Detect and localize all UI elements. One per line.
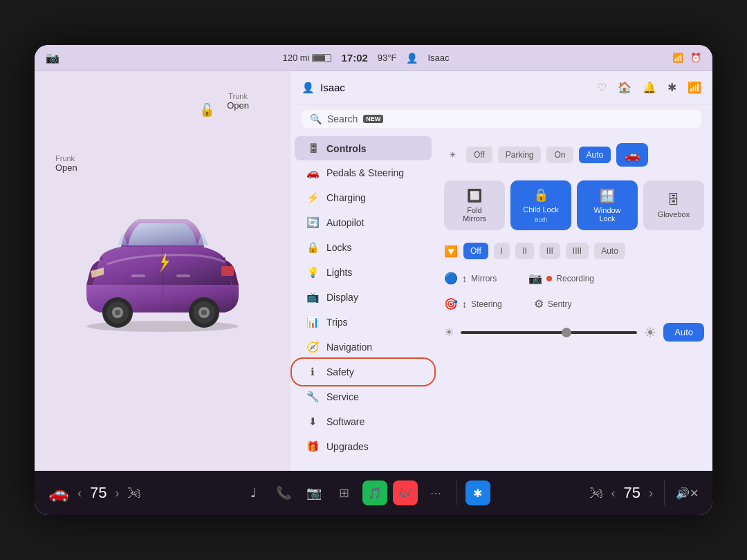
bell-icon: 🔔	[643, 81, 656, 94]
temp-right-increase[interactable]: ›	[649, 486, 653, 501]
battery-bar	[312, 54, 331, 62]
child-lock-tile[interactable]: 🔒 Child Lock Both	[510, 180, 571, 230]
lights-on-btn[interactable]: On	[546, 147, 573, 163]
glovebox-label: Glovebox	[658, 210, 690, 218]
brightness-auto-btn[interactable]: Auto	[663, 323, 704, 342]
navigation-icon: 🧭	[306, 341, 320, 353]
main-content: Trunk Open 🔓 Frunk Open	[35, 71, 712, 471]
autopilot-icon: 🔄	[306, 216, 320, 229]
controls-icon: 🎛	[306, 142, 320, 154]
temp-left-value: 75	[90, 484, 107, 502]
brightness-slider[interactable]	[461, 331, 637, 334]
battery-indicator: 120 mi	[282, 53, 331, 63]
child-lock-label: Child Lock	[523, 205, 558, 214]
window-lock-tile[interactable]: 🪟 WindowLock	[577, 180, 638, 230]
apple-music-app-icon[interactable]: 🎶	[393, 480, 418, 505]
menu-item-navigation[interactable]: 🧭 Navigation	[295, 335, 432, 360]
menu-item-pedals[interactable]: 🚗 Pedals & Steering	[295, 160, 432, 185]
upgrades-icon: 🎁	[306, 440, 320, 453]
volume-icon[interactable]: 🔊✕	[676, 487, 699, 500]
menu-item-upgrades[interactable]: 🎁 Upgrades	[295, 434, 432, 459]
camera-icon-taskbar: 📷	[306, 485, 322, 501]
menu-item-display[interactable]: 📺 Display	[295, 285, 432, 310]
profile-icon: 🏠	[618, 81, 631, 94]
more-apps-icon[interactable]: ⋯	[423, 480, 448, 505]
svg-rect-4	[221, 266, 234, 276]
bluetooth-app-icon[interactable]: ✱	[465, 480, 490, 505]
window-lock-icon: 🪟	[600, 188, 615, 203]
wiper-speed3-btn[interactable]: III	[540, 243, 560, 259]
taskbar-left: 🚗 ‹ 75 › 🌬	[48, 483, 141, 503]
trunk-status: Open	[227, 100, 249, 111]
glovebox-tile[interactable]: 🗄 Glovebox	[643, 180, 704, 230]
software-label: Software	[326, 416, 365, 427]
wiper-speed2-btn[interactable]: II	[515, 243, 534, 259]
feature-row: 🔵 ↕ Mirrors 📷 Recording	[444, 269, 704, 288]
menu-item-autopilot[interactable]: 🔄 Autopilot	[295, 210, 432, 235]
wifi-right-icon: 📶	[688, 81, 701, 94]
car-image	[48, 85, 277, 457]
menu-item-service[interactable]: 🔧 Service	[295, 384, 432, 409]
right-panel: 👤 Isaac ♡ 🏠 🔔 ✱ 📶 🔍 Search NEW	[290, 71, 712, 471]
lights-parking-btn[interactable]: Parking	[498, 147, 542, 163]
grid-app-icon[interactable]: ⊞	[332, 480, 357, 505]
sentry-label: Sentry	[548, 299, 572, 309]
menu-item-charging[interactable]: ⚡ Charging	[295, 185, 432, 210]
search-placeholder: Search	[327, 113, 358, 124]
fan-icon[interactable]: 🌬	[127, 485, 141, 501]
trunk-title: Trunk	[227, 92, 249, 100]
glovebox-icon: 🗄	[667, 193, 680, 207]
wiper-auto-btn[interactable]: Auto	[594, 243, 625, 259]
menu-item-controls[interactable]: 🎛 Controls	[295, 136, 432, 160]
frunk-title: Frunk	[55, 154, 77, 162]
temp-left-decrease[interactable]: ‹	[77, 486, 82, 501]
camera-app-icon[interactable]: 📷	[302, 480, 326, 505]
menu-item-safety[interactable]: ℹ Safety	[295, 360, 432, 384]
lights-icon-btn[interactable]: 🚗	[616, 143, 648, 167]
settings-content: ☀ Off Parking On Auto 🚗 🔲 FoldMirro	[436, 133, 712, 471]
car-taskbar-icon[interactable]: 🚗	[48, 483, 69, 503]
search-bar[interactable]: 🔍 Search NEW	[302, 110, 701, 128]
child-lock-sub: Both	[535, 216, 548, 223]
service-label: Service	[326, 391, 359, 402]
navigation-label: Navigation	[326, 342, 372, 353]
svg-point-8	[115, 310, 120, 315]
trunk-label: Trunk Open	[227, 92, 249, 111]
heat-right-icon[interactable]: 🌬	[589, 485, 603, 501]
lights-auto-btn[interactable]: Auto	[579, 147, 611, 163]
wiper-off-btn[interactable]: Off	[463, 243, 488, 259]
settings-body: 🎛 Controls 🚗 Pedals & Steering ⚡ Chargin…	[290, 133, 712, 471]
fold-mirrors-tile[interactable]: 🔲 FoldMirrors	[444, 180, 505, 230]
menu-item-lights[interactable]: 💡 Lights	[295, 260, 432, 285]
status-center: 120 mi 17:02 93°F 👤 Isaac	[282, 52, 449, 64]
menu-item-trips[interactable]: 📊 Trips	[295, 310, 432, 335]
mirrors-icon: 🔵	[444, 272, 458, 285]
phone-app-icon[interactable]: 📞	[271, 480, 296, 505]
slider-thumb[interactable]	[562, 328, 571, 337]
apple-music-icon: 🎶	[398, 487, 412, 500]
taskbar: 🚗 ‹ 75 › 🌬 ♩ 📞 📷 ⊞ 🎵 🎶	[35, 471, 712, 515]
charging-label: Charging	[326, 192, 366, 203]
wiper-speed1-btn[interactable]: I	[494, 243, 510, 259]
svg-rect-3	[176, 274, 190, 277]
menu-item-software[interactable]: ⬇ Software	[295, 409, 432, 434]
lights-off-btn[interactable]: Off	[466, 147, 492, 163]
search-new-badge: NEW	[363, 115, 383, 123]
taskbar-right: 🌬 ‹ 75 › 🔊✕	[589, 480, 699, 505]
locks-icon: 🔒	[306, 241, 320, 254]
temp-left-increase[interactable]: ›	[115, 486, 119, 501]
steering-row: 🎯 ↕ Steering ⚙ Sentry	[444, 295, 704, 313]
left-panel: Trunk Open 🔓 Frunk Open	[35, 71, 290, 471]
spotify-app-icon[interactable]: 🎵	[362, 480, 387, 505]
menu-item-locks[interactable]: 🔒 Locks	[295, 235, 432, 260]
wiper-speed4-btn[interactable]: IIII	[566, 243, 589, 259]
temp-right-decrease[interactable]: ‹	[611, 486, 616, 501]
taskbar-divider-right	[664, 480, 665, 505]
lights-btn-icon: 🚗	[625, 147, 640, 162]
status-bar: 📷 120 mi 17:02 93°F 👤 Isaac 📶 ⏰	[35, 45, 712, 71]
music-app-icon[interactable]: ♩	[241, 480, 266, 505]
settings-menu: 🎛 Controls 🚗 Pedals & Steering ⚡ Chargin…	[290, 133, 436, 471]
brightness-min-icon: ☀	[444, 326, 454, 339]
spotify-icon: 🎵	[368, 487, 382, 500]
wiper-row: 🔽 Off I II III IIII Auto	[444, 240, 704, 262]
